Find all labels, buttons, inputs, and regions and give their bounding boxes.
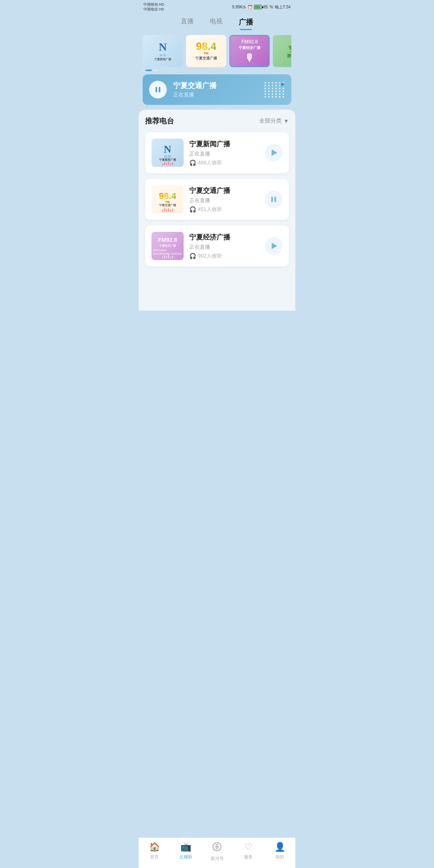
pause-button[interactable]	[149, 81, 167, 98]
pause-button-traffic[interactable]	[265, 190, 283, 208]
station-carousel: N ((( ))) 宁夏新闻广播 98.4 FM 宁夏交通广播	[139, 30, 295, 67]
station-listeners-economy: 🎧 902人收听	[189, 252, 259, 260]
station-status-traffic: 正在直播	[189, 197, 259, 204]
station-card-traffic[interactable]: 98.4 FM 宁夏交通广播 宁夏交通广播 正在直播 🎧	[145, 179, 289, 220]
carousel-thumb-984: 98.4 FM 宁夏交通广播	[186, 35, 226, 67]
carousel-item-news[interactable]: N ((( ))) 宁夏新闻广播	[143, 35, 183, 67]
progress-dot-1	[143, 70, 144, 71]
battery-level: 85	[264, 5, 268, 9]
station-thumb-traffic: 98.4 FM 宁夏交通广播	[151, 185, 184, 213]
play-button-economy[interactable]	[265, 237, 283, 255]
tab-tv[interactable]: 电视	[210, 17, 223, 30]
now-playing-title: 宁夏交通广播	[173, 81, 258, 90]
progress-dot-3	[153, 70, 155, 71]
section-header: 推荐电台 全部分类 ▼	[145, 116, 289, 126]
carousel-progress	[139, 67, 295, 71]
active-indicator	[281, 83, 284, 86]
station-info-traffic: 宁夏交通广播 正在直播 🎧 451人收听	[189, 186, 259, 213]
network-speed: 9.99K/s	[232, 5, 246, 9]
main-nav-tabs: 直播 电视 广播	[139, 13, 295, 30]
now-playing-status: 正在直播	[173, 91, 258, 98]
tab-radio[interactable]: 广播	[239, 17, 253, 30]
play-button-news[interactable]	[265, 144, 283, 162]
now-playing-info: 宁夏交通广播 正在直播	[173, 81, 258, 98]
speaker-area	[264, 82, 285, 98]
carousel-thumb-tourism: 🌿 游宁夏	[273, 35, 291, 67]
audio-wave-3	[151, 254, 184, 258]
station-name-traffic: 宁夏交通广播	[189, 186, 259, 195]
play-icon-news	[272, 149, 277, 156]
carousel-item-928[interactable]: FM92.8 宁夏经济广播 🎙	[229, 35, 270, 67]
filter-label: 全部分类	[259, 117, 282, 125]
now-playing-banner: 宁夏交通广播 正在直播	[143, 74, 291, 105]
time-display: 晚上7:34	[275, 4, 291, 10]
play-icon-economy	[272, 243, 277, 249]
station-status-economy: 正在直播	[189, 244, 259, 251]
carousel-item-tourism[interactable]: 🌿 游宁夏	[273, 35, 291, 67]
progress-dot-active	[145, 70, 152, 71]
headphone-icon-1: 🎧	[189, 160, 196, 166]
status-right: 9.99K/s ⏰ 85% 晚上7:34	[232, 4, 291, 10]
station-info-news: 宁夏新闻广播 正在直播 🎧 489人收听	[189, 139, 259, 166]
station-card-economy[interactable]: FM92.8 宁夏经济广播 NINGXIA ECONOMIC RADIO 宁夏经…	[145, 225, 289, 266]
main-content: 推荐电台 全部分类 ▼ N ((( ))) 宁夏新闻广播	[139, 110, 295, 311]
tab-live[interactable]: 直播	[181, 17, 194, 30]
carrier-info: 中国移动 HD 中国电信 HD	[143, 2, 164, 12]
station-thumb-economy: FM92.8 宁夏经济广播 NINGXIA ECONOMIC RADIO	[151, 232, 184, 260]
carousel-thumb-928: FM92.8 宁夏经济广播 🎙	[230, 36, 269, 66]
battery-indicator	[254, 5, 262, 9]
pause-icon	[156, 87, 160, 92]
carousel-list[interactable]: N ((( ))) 宁夏新闻广播 98.4 FM 宁夏交通广播	[143, 35, 291, 67]
station-card-news[interactable]: N ((( ))) 宁夏新闻广播 宁夏新闻广播 正在直播 🎧	[145, 132, 289, 173]
carousel-item-984[interactable]: 98.4 FM 宁夏交通广播	[186, 35, 226, 67]
station-name-economy: 宁夏经济广播	[189, 233, 259, 242]
audio-wave-2	[151, 207, 184, 212]
status-bar: 中国移动 HD 中国电信 HD 9.99K/s ⏰ 85% 晚上7:34	[139, 0, 295, 13]
pause-icon-traffic	[271, 197, 276, 202]
filter-button[interactable]: 全部分类 ▼	[259, 117, 289, 125]
station-info-economy: 宁夏经济广播 正在直播 🎧 902人收听	[189, 233, 259, 260]
audio-wave-1	[151, 160, 184, 165]
headphone-icon-3: 🎧	[189, 253, 196, 259]
station-listeners-traffic: 🎧 451人收听	[189, 206, 259, 213]
station-status-news: 正在直播	[189, 150, 259, 158]
alarm-icon: ⏰	[248, 5, 252, 9]
section-title: 推荐电台	[145, 116, 174, 126]
progress-dot-4	[156, 70, 158, 71]
carousel-thumb-news: N ((( ))) 宁夏新闻广播	[143, 35, 183, 67]
station-thumb-news: N ((( ))) 宁夏新闻广播	[151, 139, 184, 167]
station-listeners-news: 🎧 489人收听	[189, 159, 259, 166]
headphone-icon-2: 🎧	[189, 206, 196, 213]
station-name-news: 宁夏新闻广播	[189, 139, 259, 149]
chevron-down-icon: ▼	[283, 118, 289, 124]
